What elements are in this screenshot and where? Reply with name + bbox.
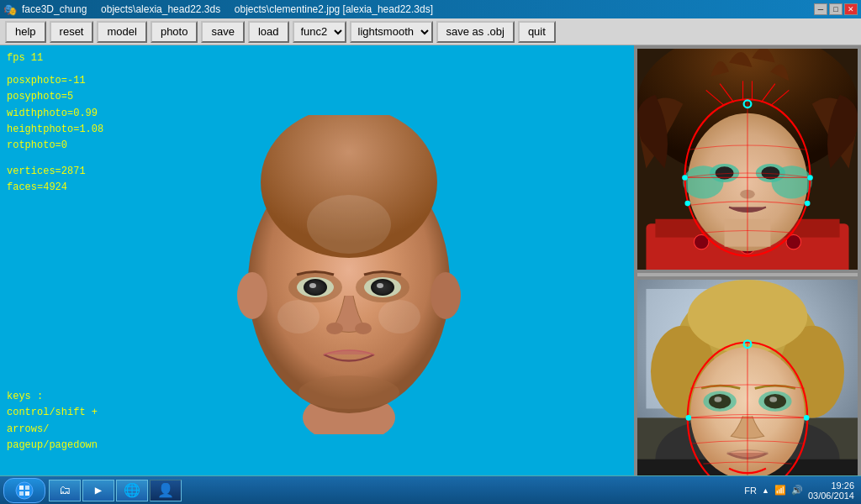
network-icon: 📶	[774, 485, 786, 496]
rotphoto-display: rotphoto=0	[7, 138, 103, 154]
svg-point-19	[378, 300, 420, 333]
svg-point-49	[805, 201, 811, 207]
main-area: fps 11 posxphoto=-11 posyphoto=5 widthph…	[0, 45, 861, 504]
save-button[interactable]: save	[201, 21, 244, 43]
model-button[interactable]: model	[97, 21, 146, 43]
photo1-container	[637, 49, 858, 270]
media-player-icon: ▶	[90, 482, 107, 499]
svg-point-74	[686, 415, 692, 421]
posyphoto-display: posyphoto=5	[7, 89, 103, 105]
volume-icon: 🔊	[791, 485, 803, 496]
panel-divider	[637, 273, 858, 276]
taskbar-firefox[interactable]: 🌐	[116, 480, 148, 501]
toolbar: help reset model photo save load func2 f…	[0, 18, 861, 45]
keys-line2: arrows/	[7, 422, 98, 438]
svg-point-15	[355, 323, 372, 334]
svg-point-9	[304, 279, 327, 296]
taskbar-file-manager[interactable]: 🗂	[49, 480, 81, 501]
saveas-button[interactable]: save as .obj	[436, 21, 515, 43]
svg-point-4	[237, 272, 267, 319]
language-indicator: FR	[744, 486, 757, 496]
svg-rect-80	[25, 491, 29, 496]
svg-point-68	[769, 396, 777, 402]
vertices-display: vertices=2871	[7, 164, 103, 180]
keys-overlay: keys : control/shift + arrows/ pageup/pa…	[7, 389, 98, 454]
svg-point-48	[684, 201, 690, 207]
svg-rect-77	[19, 486, 24, 490]
svg-point-5	[430, 272, 461, 319]
svg-point-75	[804, 415, 810, 421]
svg-point-13	[377, 283, 383, 288]
reset-button[interactable]: reset	[50, 21, 94, 43]
maximize-button[interactable]: □	[829, 3, 843, 15]
load-button[interactable]: load	[248, 21, 289, 43]
taskbar: 🗂 ▶ 🌐 👤 FR ▲ 📶 🔊 19:26 03/06/2014	[0, 475, 861, 504]
svg-point-14	[326, 323, 343, 334]
titlebar-text: face3D_chung objects\alexia_head22.3ds o…	[22, 3, 433, 15]
widthphoto-display: widthphoto=0.99	[7, 106, 103, 122]
taskbar-media-player[interactable]: ▶	[82, 480, 114, 501]
svg-point-76	[16, 482, 33, 499]
help-button[interactable]: help	[5, 21, 46, 43]
posxphoto-display: posxphoto=-11	[7, 73, 103, 89]
taskbar-items: 🗂 ▶ 🌐 👤	[49, 480, 744, 501]
svg-point-47	[807, 175, 813, 181]
taskbar-right: FR ▲ 📶 🔊 19:26 03/06/2014	[744, 480, 861, 501]
taskbar-user[interactable]: 👤	[150, 480, 182, 501]
close-button[interactable]: ✕	[844, 3, 858, 15]
svg-point-17	[307, 195, 391, 254]
keys-label: keys :	[7, 389, 98, 405]
heightphoto-display: heightphoto=1.08	[7, 122, 103, 138]
lightsmooth-dropdown[interactable]: lightsmooth flat wireframe	[350, 21, 433, 43]
svg-rect-79	[19, 491, 24, 496]
user-icon: 👤	[157, 482, 174, 499]
date-display: 03/06/2014	[808, 491, 854, 501]
titlebar-title: 🎭 face3D_chung objects\alexia_head22.3ds…	[3, 3, 433, 16]
file-manager-icon: 🗂	[56, 482, 73, 499]
right-photo-panel	[634, 45, 861, 504]
minimize-button[interactable]: ─	[814, 3, 827, 15]
quit-button[interactable]: quit	[518, 21, 556, 43]
faces-display: faces=4924	[7, 180, 103, 196]
titlebar: 🎭 face3D_chung objects\alexia_head22.3ds…	[0, 0, 861, 18]
photo2-container	[637, 280, 858, 501]
svg-rect-78	[25, 486, 29, 490]
photo-button[interactable]: photo	[151, 21, 198, 43]
fps-display: fps 11	[7, 50, 103, 66]
func-dropdown[interactable]: func2 func1 func3	[293, 21, 346, 43]
svg-point-10	[309, 283, 316, 288]
titlebar-controls: ─ □ ✕	[814, 3, 858, 15]
keys-line3: pageup/pagedown	[7, 438, 98, 454]
3d-head-render	[223, 115, 475, 434]
svg-point-18	[277, 300, 320, 333]
time-display: 19:26	[808, 480, 854, 491]
info-overlay: fps 11 posxphoto=-11 posyphoto=5 widthph…	[7, 50, 103, 197]
svg-point-46	[682, 175, 688, 181]
svg-point-67	[715, 396, 722, 402]
keys-line1: control/shift +	[7, 405, 98, 421]
3d-viewport[interactable]: fps 11 posxphoto=-11 posyphoto=5 widthph…	[0, 45, 634, 504]
app-icon: 🎭	[3, 3, 17, 16]
svg-point-12	[371, 279, 394, 296]
taskbar-arrow-up: ▲	[762, 486, 769, 495]
system-clock: 19:26 03/06/2014	[808, 480, 854, 501]
svg-point-16	[298, 375, 399, 409]
firefox-icon: 🌐	[124, 482, 140, 499]
start-button[interactable]	[3, 478, 45, 503]
